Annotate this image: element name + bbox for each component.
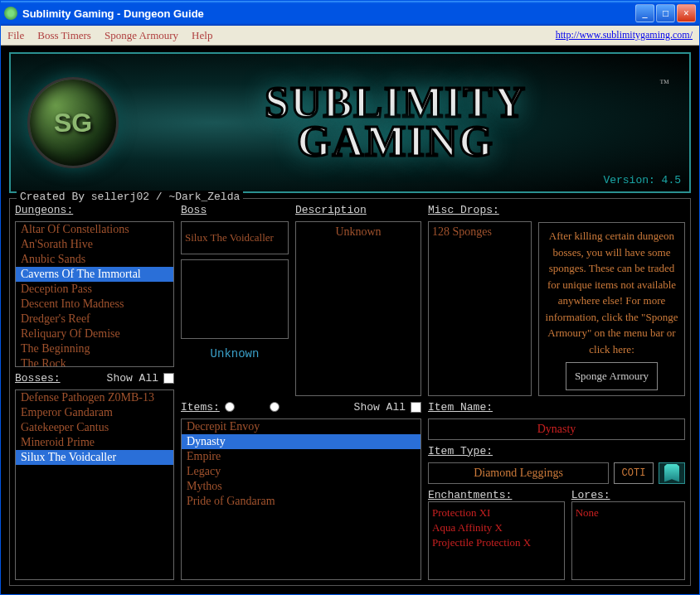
list-item[interactable]: Decrepit Envoy xyxy=(182,419,420,434)
list-item[interactable]: Emperor Gandaram xyxy=(16,405,173,420)
middle-area: Boss Silux The Voidcaller Unknown Descri… xyxy=(181,204,685,580)
window-controls: _ □ × xyxy=(635,4,696,22)
lores-column: Lores: None xyxy=(571,489,685,581)
boss-image-box xyxy=(181,259,289,339)
list-item[interactable]: Projectile Protection X xyxy=(432,535,561,550)
items-header-row: Items: Show All xyxy=(181,401,421,414)
list-item[interactable]: Caverns Of The Immortal xyxy=(16,267,173,282)
list-item[interactable]: Deception Pass xyxy=(16,282,173,297)
list-item[interactable]: An'Sorath Hive xyxy=(16,237,173,252)
item-name-box: Dynasty xyxy=(428,418,685,440)
list-item[interactable]: Gatekeeper Cantus xyxy=(16,420,173,435)
bosses-listbox[interactable]: Defense Pathogen Z0MB-13Emperor Gandaram… xyxy=(15,389,174,580)
brand-line1: SUBLIMITY xyxy=(119,84,673,123)
menu-sponge-armoury[interactable]: Sponge Armoury xyxy=(105,29,178,42)
items-label: Items: xyxy=(181,401,220,414)
item-type-label: Item Type: xyxy=(428,445,685,457)
main-panel: Created By sellerj02 / ~Dark_Zelda Dunge… xyxy=(9,198,691,586)
boss-image-caption: Unknown xyxy=(181,347,289,360)
menu-help[interactable]: Help xyxy=(192,29,212,42)
list-item[interactable]: Altar Of Constellations xyxy=(16,222,173,237)
lores-label: Lores: xyxy=(571,489,685,501)
boss-label: Boss xyxy=(181,204,289,216)
menubar: File Boss Timers Sponge Armoury Help htt… xyxy=(1,26,699,46)
list-item[interactable]: The Rock xyxy=(16,356,173,367)
bosses-header-row: Bosses: Show All xyxy=(15,372,174,385)
version-label: Version: 4.5 xyxy=(603,174,681,186)
description-value: Unknown xyxy=(335,225,381,238)
miscdrops-column: Misc Drops: 128 Sponges xyxy=(428,204,532,396)
miscdrops-label: Misc Drops: xyxy=(428,204,532,216)
description-column: Description Unknown xyxy=(295,204,421,396)
items-listbox[interactable]: Decrepit EnvoyDynastyEmpireLegacyMythosP… xyxy=(181,418,421,581)
list-item[interactable]: Silux The Voidcaller xyxy=(16,450,173,465)
list-item[interactable]: Pride of Gandaram xyxy=(182,494,420,509)
leggings-icon xyxy=(664,464,679,482)
website-link[interactable]: http://www.sublimitygaming.com/ xyxy=(556,29,693,41)
close-button[interactable]: × xyxy=(677,4,696,22)
sponge-info-column: After killing certain dungeon bosses, yo… xyxy=(538,204,685,396)
miscdrops-value: 128 Sponges xyxy=(432,225,492,238)
items-showall-label: Show All xyxy=(354,401,406,414)
trademark-symbol: ™ xyxy=(659,77,669,89)
enchantments-list: Protection XIAqua Affinity XProjectile P… xyxy=(428,501,565,581)
dungeons-label: Dungeons: xyxy=(15,204,174,216)
list-item[interactable]: Reliquary Of Demise xyxy=(16,327,173,341)
brand-line2: GAMING xyxy=(119,123,673,162)
bosses-label: Bosses: xyxy=(15,372,61,385)
list-item[interactable]: None xyxy=(576,506,681,520)
app-window: Sublimity Gaming - Dungeon Guide _ □ × F… xyxy=(0,0,700,595)
brand-logo-icon: SG xyxy=(27,77,119,168)
list-item[interactable]: Anubic Sands xyxy=(16,252,173,267)
maximize-button[interactable]: □ xyxy=(656,4,675,22)
brand-wordmark: SUBLIMITY GAMING xyxy=(119,84,673,162)
client-area: SG SUBLIMITY GAMING ™ Version: 4.5 Creat… xyxy=(1,46,699,594)
dungeons-listbox[interactable]: Altar Of ConstellationsAn'Sorath HiveAnu… xyxy=(15,221,174,367)
item-name-label: Item Name: xyxy=(428,401,685,414)
list-item[interactable]: Dredger's Reef xyxy=(16,312,173,327)
menu-boss-timers[interactable]: Boss Timers xyxy=(37,29,91,42)
titlebar: Sublimity Gaming - Dungeon Guide _ □ × xyxy=(1,1,699,26)
ench-lore-row: Enchantments: Protection XIAqua Affinity… xyxy=(428,489,685,581)
items-showall-checkbox[interactable] xyxy=(411,402,421,413)
items-column: Items: Show All Decrepit EnvoyDynastyEmp… xyxy=(181,401,421,581)
enchantments-column: Enchantments: Protection XIAqua Affinity… xyxy=(428,489,565,581)
list-item[interactable]: Legacy xyxy=(182,464,420,479)
sponge-info-box: After killing certain dungeon bosses, yo… xyxy=(538,222,685,396)
banner: SG SUBLIMITY GAMING ™ Version: 4.5 xyxy=(9,52,691,193)
minimize-button[interactable]: _ xyxy=(635,4,654,22)
item-type-row: Diamond Leggings COTI xyxy=(428,462,685,484)
list-item[interactable]: Protection XI xyxy=(432,506,561,520)
item-type-box: Diamond Leggings xyxy=(428,462,609,484)
item-name-value: Dynasty xyxy=(537,423,576,435)
list-item[interactable]: The Beginning xyxy=(16,341,173,356)
boss-detail-column: Boss Silux The Voidcaller Unknown xyxy=(181,204,289,396)
list-item[interactable]: Mineroid Prime xyxy=(16,435,173,450)
credits-legend: Created By sellerj02 / ~Dark_Zelda xyxy=(17,191,243,203)
item-detail-column: Item Name: Dynasty Item Type: Diamond Le… xyxy=(428,401,685,581)
item-icon-box xyxy=(659,462,685,484)
miscdrops-box: 128 Sponges xyxy=(428,221,532,396)
list-item[interactable]: Defense Pathogen Z0MB-13 xyxy=(16,390,173,405)
boss-name-value: Silux The Voidcaller xyxy=(185,231,274,244)
sponge-info-text: After killing certain dungeon bosses, yo… xyxy=(546,230,678,356)
items-filter-radio-2[interactable] xyxy=(270,402,280,412)
items-filter-radio-1[interactable] xyxy=(225,402,235,412)
item-type-value: Diamond Leggings xyxy=(474,467,563,479)
list-item[interactable]: Aqua Affinity X xyxy=(432,520,561,535)
left-column: Dungeons: Altar Of ConstellationsAn'Sora… xyxy=(15,204,174,580)
description-label: Description xyxy=(295,204,421,216)
menu-file[interactable]: File xyxy=(7,29,24,42)
enchantments-label: Enchantments: xyxy=(428,489,565,501)
lores-list: None xyxy=(571,501,685,581)
boss-name-box: Silux The Voidcaller xyxy=(181,221,289,254)
bosses-showall-label: Show All xyxy=(107,372,158,385)
list-item[interactable]: Mythos xyxy=(182,479,420,494)
bosses-showall-checkbox[interactable] xyxy=(163,373,174,384)
list-item[interactable]: Empire xyxy=(182,449,420,464)
list-item[interactable]: Dynasty xyxy=(182,434,420,449)
coti-button[interactable]: COTI xyxy=(614,462,654,484)
sponge-armoury-button[interactable]: Sponge Armoury xyxy=(566,362,658,390)
list-item[interactable]: Descent Into Madness xyxy=(16,297,173,312)
window-title: Sublimity Gaming - Dungeon Guide xyxy=(22,7,635,20)
